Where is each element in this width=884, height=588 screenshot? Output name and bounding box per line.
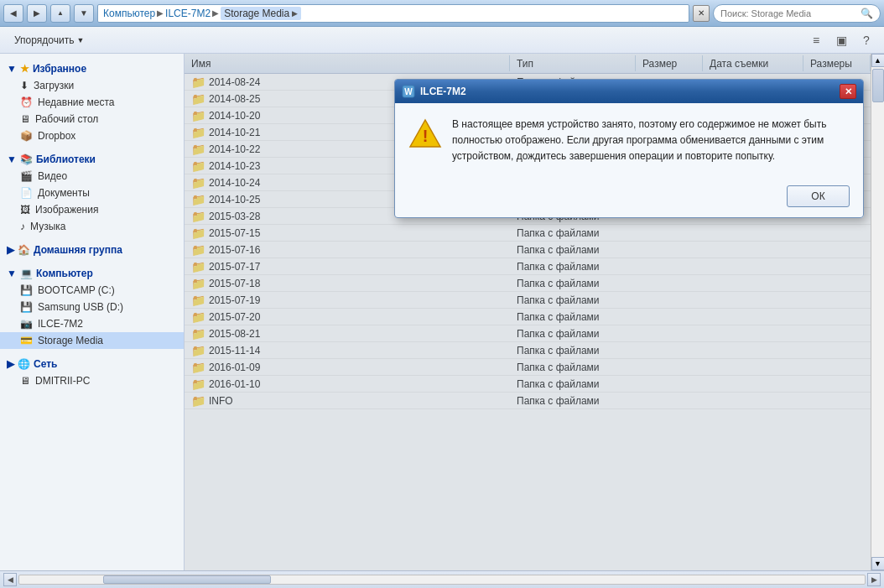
view-toggle-button[interactable]: ≡	[805, 30, 827, 50]
sidebar-item-bootcamp[interactable]: 💾 BOOTCAMP (C:)	[0, 282, 184, 299]
downloads-icon: ⬇	[20, 80, 29, 91]
address-clear-button[interactable]: ✕	[693, 5, 710, 22]
homegroup-toggle: ▶	[7, 244, 14, 256]
music-icon: ♪	[20, 221, 25, 232]
horizontal-scrollbar[interactable]	[18, 575, 866, 585]
desktop-label: Рабочий стол	[35, 113, 98, 125]
dialog-message: В настоящее время устройство занято, поэ…	[452, 117, 850, 165]
sidebar-item-storage-media[interactable]: 💳 Storage Media	[0, 332, 184, 349]
documents-label: Документы	[38, 187, 90, 199]
desktop-icon: 🖥	[20, 113, 30, 125]
sidebar-item-dropbox[interactable]: 📦 Dropbox	[0, 127, 184, 144]
favorites-label: Избранное	[33, 63, 86, 75]
sidebar-item-ilce[interactable]: 📷 ILCE-7M2	[0, 315, 184, 332]
scroll-left-button[interactable]: ◀	[3, 573, 17, 586]
organize-label: Упорядочить	[14, 34, 74, 46]
bootcamp-label: BOOTCAMP (C:)	[38, 284, 115, 296]
network-label: Сеть	[34, 358, 57, 370]
computer-label: Компьютер	[36, 268, 93, 279]
breadcrumb-computer[interactable]: Компьютер	[103, 8, 155, 19]
dmitrii-pc-label: DMITRII-PC	[35, 375, 90, 387]
sidebar-item-music[interactable]: ♪ Музыка	[0, 218, 184, 235]
recent-label: Недавние места	[38, 96, 114, 108]
sidebar-section-computer[interactable]: ▼ 💻 Компьютер	[0, 265, 184, 282]
dropbox-label: Dropbox	[38, 130, 75, 142]
sidebar-item-images[interactable]: 🖼 Изображения	[0, 201, 184, 218]
dialog-ok-button[interactable]: ОК	[787, 185, 850, 207]
star-icon: ★	[20, 63, 29, 75]
vertical-scrollbar[interactable]: ▲ ▼	[871, 54, 884, 570]
favorites-toggle: ▼	[7, 63, 17, 75]
scroll-right-button[interactable]: ▶	[867, 573, 881, 586]
dialog-overlay: W ILCE-7M2 ✕ ! В	[185, 54, 871, 570]
search-input[interactable]	[720, 8, 857, 18]
ilce-icon: 📷	[20, 318, 33, 330]
downloads-label: Загрузки	[34, 80, 74, 91]
help-button[interactable]: ?	[855, 30, 877, 50]
breadcrumb-ilce[interactable]: ILCE-7M2	[165, 8, 211, 19]
dialog-body: ! В настоящее время устройство занято, п…	[395, 103, 863, 179]
samsung-icon: 💾	[20, 301, 33, 313]
dialog-title-bar: W ILCE-7M2 ✕	[395, 80, 863, 103]
back-button[interactable]: ◀	[3, 4, 23, 23]
sidebar-section-homegroup[interactable]: ▶ 🏠 Домашняя группа	[0, 242, 184, 258]
main-area: ▼ ★ Избранное ⬇ Загрузки ⏰ Недавние мест…	[0, 54, 884, 570]
breadcrumb-active[interactable]: Storage Media ▶	[221, 7, 301, 20]
libraries-toggle: ▼	[7, 154, 17, 165]
help-icon: ?	[863, 34, 870, 47]
sidebar-item-recent[interactable]: ⏰ Недавние места	[0, 94, 184, 111]
forward-button[interactable]: ▶	[27, 4, 47, 23]
toolbar-right: ≡ ▣ ?	[805, 30, 877, 50]
samsung-label: Samsung USB (D:)	[38, 301, 123, 313]
search-icon[interactable]: 🔍	[861, 8, 873, 19]
video-icon: 🎬	[20, 170, 33, 182]
breadcrumb: Компьютер ▶ ILCE-7M2 ▶ Storage Media ▶	[97, 4, 689, 23]
scroll-thumb[interactable]	[872, 69, 884, 102]
status-bar: ◀ ▶	[0, 570, 884, 588]
sidebar-item-samsung[interactable]: 💾 Samsung USB (D:)	[0, 299, 184, 315]
storage-label: Storage Media	[38, 335, 103, 346]
network-icon: 🌐	[18, 358, 30, 370]
computer-icon: 💻	[20, 268, 33, 279]
bootcamp-icon: 💾	[20, 284, 33, 296]
sidebar-section-favorites[interactable]: ▼ ★ Избранное	[0, 60, 184, 77]
dialog-footer: ОК	[395, 179, 863, 217]
sidebar-item-dmitrii-pc[interactable]: 🖥 DMITRII-PC	[0, 372, 184, 389]
scroll-up-button[interactable]: ▲	[871, 54, 885, 67]
organize-arrow: ▼	[76, 36, 84, 44]
organize-button[interactable]: Упорядочить ▼	[7, 30, 91, 50]
sidebar-item-documents[interactable]: 📄 Документы	[0, 185, 184, 201]
svg-text:!: !	[423, 127, 429, 145]
breadcrumb-arrow-1: ▶	[157, 8, 164, 18]
toolbar: Упорядочить ▼ ≡ ▣ ?	[0, 27, 884, 54]
scroll-down-button[interactable]: ▼	[871, 557, 885, 570]
libraries-icon: 📚	[20, 154, 33, 165]
dialog-close-button[interactable]: ✕	[840, 84, 856, 99]
sidebar-section-network[interactable]: ▶ 🌐 Сеть	[0, 356, 184, 372]
recent-icon: ⏰	[20, 96, 33, 108]
dmitrii-pc-icon: 🖥	[20, 375, 30, 387]
sidebar-section-libraries[interactable]: ▼ 📚 Библиотеки	[0, 151, 184, 168]
sidebar-item-desktop[interactable]: 🖥 Рабочий стол	[0, 111, 184, 127]
images-icon: 🖼	[20, 204, 30, 216]
sidebar-item-downloads[interactable]: ⬇ Загрузки	[0, 77, 184, 94]
storage-icon: 💳	[20, 335, 33, 346]
video-label: Видео	[38, 170, 67, 182]
documents-icon: 📄	[20, 187, 33, 199]
preview-pane-button[interactable]: ▣	[830, 30, 852, 50]
images-label: Изображения	[35, 204, 98, 216]
ilce-label: ILCE-7M2	[38, 318, 83, 330]
h-scroll-thumb[interactable]	[103, 575, 271, 584]
sidebar-item-video[interactable]: 🎬 Видео	[0, 168, 184, 185]
menu-button[interactable]: ▼	[74, 4, 94, 23]
search-box: 🔍	[713, 4, 881, 23]
up-button[interactable]: ▲	[50, 4, 70, 23]
view-icon: ≡	[813, 34, 819, 47]
sidebar: ▼ ★ Избранное ⬇ Загрузки ⏰ Недавние мест…	[0, 54, 185, 570]
preview-icon: ▣	[836, 34, 847, 47]
file-area: Имя Тип Размер Дата съемки Размеры 📁 201…	[185, 54, 871, 570]
libraries-label: Библиотеки	[36, 154, 96, 165]
homegroup-icon: 🏠	[18, 244, 30, 256]
breadcrumb-arrow-2: ▶	[212, 8, 219, 18]
dialog-title-text: ILCE-7M2	[420, 86, 835, 97]
